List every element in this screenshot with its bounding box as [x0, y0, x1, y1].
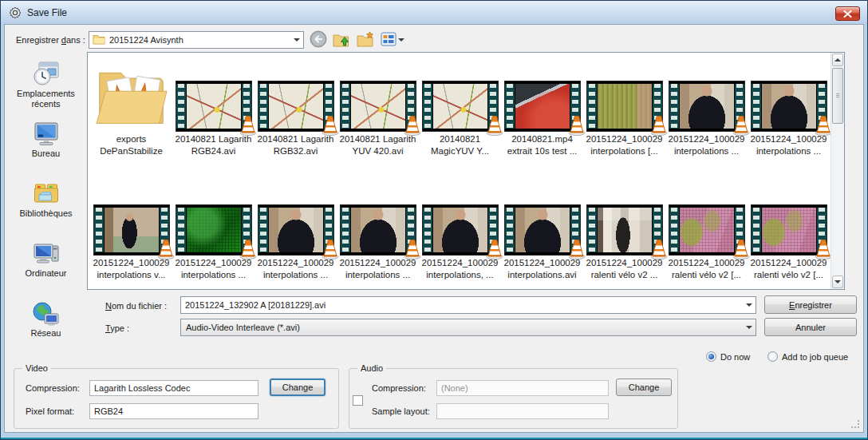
audio-group-title: Audio	[357, 363, 386, 373]
film-sprocket-left	[752, 84, 761, 129]
file-name: 20151224_100029interpolations, ...	[422, 257, 499, 281]
scroll-up-button[interactable]	[832, 54, 843, 66]
audio-enable-checkbox[interactable]	[353, 395, 363, 406]
sidebar-item-recent-places[interactable]: Emplacements récents	[8, 57, 85, 117]
look-in-combobox[interactable]: 20151224 Avisynth	[89, 31, 304, 49]
file-item[interactable]: 20151224_100029interpolations, ...	[420, 178, 500, 281]
add-queue-radio-icon[interactable]	[767, 351, 778, 362]
file-item[interactable]: 20140821 LagarithRGB24.avi	[173, 54, 254, 157]
file-name-line: interpolations ...	[751, 145, 827, 157]
file-item[interactable]: exportsDePanStabilize	[91, 54, 172, 157]
titlebar: Save File	[1, 1, 867, 24]
video-frame	[433, 208, 487, 252]
file-name-line: MagicYUV Y...	[431, 145, 489, 157]
file-name: 20151224_100029interpolations ...	[340, 257, 416, 281]
file-item[interactable]: 20140821 LagarithYUV 420.avi	[337, 54, 418, 157]
file-item[interactable]: 20151224_100029interpolations.avi	[502, 178, 582, 281]
video-frame	[433, 84, 487, 129]
back-button[interactable]	[309, 30, 328, 50]
sidebar-item-desktop[interactable]: Bureau	[8, 117, 85, 176]
cancel-button[interactable]: Annuler	[764, 318, 857, 336]
film-sprocket-left	[341, 84, 350, 129]
video-thumbnail	[669, 81, 744, 131]
type-dropdown-caret-icon[interactable]	[742, 319, 756, 335]
vlc-cone-icon	[156, 237, 176, 260]
film-sprocket-left	[423, 84, 432, 129]
radio-add-to-job-queue[interactable]: Add to job queue	[767, 351, 848, 362]
video-change-button[interactable]: Change	[270, 379, 326, 396]
video-thumbnail	[587, 81, 662, 131]
filename-input[interactable]	[181, 297, 741, 313]
file-name: 20140821.mp4extrait 10s test ...	[507, 133, 578, 157]
file-name-line: RGB24.avi	[176, 145, 252, 157]
file-item[interactable]: 20140821 LagarithRGB32.avi	[255, 54, 336, 157]
file-name-line: ralenti vélo v2 ...	[586, 269, 663, 281]
window-title: Save File	[27, 7, 67, 18]
vlc-cone-icon	[403, 113, 422, 136]
save-button[interactable]: Enregistrer	[764, 295, 857, 314]
file-name: 20151224_100029interpolations v...	[93, 257, 170, 281]
sample-layout-field	[436, 403, 609, 419]
sidebar-item-network[interactable]: Réseau	[8, 296, 85, 356]
dropdown-caret-icon[interactable]	[290, 32, 303, 48]
new-folder-icon	[357, 31, 375, 50]
film-sprocket-left	[341, 208, 350, 252]
file-item[interactable]: 20151224_100029interpolations [...	[584, 54, 665, 157]
scroll-thumb[interactable]	[832, 68, 843, 124]
file-item[interactable]: 20151224_100029ralenti vélo v2 ...	[584, 178, 665, 281]
file-item[interactable]: 20151224_100029ralenti vélo v2 [...	[748, 178, 829, 281]
file-name: 20140821 LagarithRGB32.avi	[258, 133, 334, 157]
file-item[interactable]: 20151224_100029interpolations v...	[91, 178, 172, 281]
file-list: exportsDePanStabilize20140821 LagarithRG…	[87, 52, 845, 290]
film-sprocket-left	[258, 208, 268, 252]
file-item[interactable]: 20140821MagicYUV Y...	[420, 54, 500, 157]
audio-change-button[interactable]: Change	[616, 379, 672, 396]
file-item[interactable]: 20151224_100029interpolations ...	[173, 178, 254, 281]
audio-compression-field: (None)	[436, 380, 609, 396]
file-name: 20151224_100029interpolations ...	[669, 133, 745, 157]
file-item[interactable]: 20151224_100029interpolations ...	[255, 178, 336, 281]
sidebar-item-computer[interactable]: Ordinateur	[8, 236, 85, 296]
file-name: 20151224_100029ralenti vélo v2 [...	[751, 257, 827, 281]
video-group-title: Video	[22, 363, 51, 373]
file-item[interactable]: 20151224_100029ralenti vélo v2 [...	[666, 178, 747, 281]
back-icon	[310, 30, 327, 50]
resize-grip[interactable]	[850, 419, 861, 430]
thumbnail	[669, 54, 744, 131]
file-item[interactable]: 20151224_100029interpolations ...	[666, 54, 747, 157]
thumbnail	[669, 178, 744, 255]
file-name-line: YUV 420.avi	[340, 145, 416, 157]
file-name: 20140821 LagarithYUV 420.avi	[340, 133, 416, 157]
filename-dropdown-caret-icon[interactable]	[742, 297, 756, 313]
video-thumbnail	[258, 81, 333, 131]
file-item[interactable]: 20140821.mp4extrait 10s test ...	[502, 54, 582, 157]
close-button[interactable]	[835, 6, 860, 21]
thumbnail	[341, 54, 416, 131]
gear-app-icon	[8, 6, 22, 19]
desktop-icon	[32, 117, 61, 149]
film-sprocket-left	[505, 84, 515, 129]
video-frame	[762, 208, 816, 252]
do-now-radio-icon[interactable]	[706, 351, 716, 362]
network-icon	[32, 296, 61, 328]
up-one-level-button[interactable]	[332, 30, 352, 50]
video-frame	[515, 84, 570, 129]
view-menu-button[interactable]	[380, 30, 405, 50]
type-combobox[interactable]: Audio-Video Interleave (*.avi)	[180, 319, 756, 336]
file-name-line: interpolations ...	[669, 145, 745, 157]
folder-icon	[95, 61, 168, 131]
scrollbar[interactable]	[831, 53, 844, 289]
do-now-label: Do now	[720, 352, 750, 362]
file-name: 20151224_100029ralenti vélo v2 [...	[669, 257, 745, 281]
file-item[interactable]: 20151224_100029interpolations ...	[748, 54, 829, 157]
sidebar-item-libraries[interactable]: Bibliothèques	[8, 176, 85, 236]
file-item[interactable]: 20151224_100029interpolations ...	[337, 178, 418, 281]
scroll-down-button[interactable]	[832, 275, 843, 288]
video-frame	[187, 208, 241, 252]
vlc-cone-icon	[567, 237, 586, 260]
create-new-folder-button[interactable]	[356, 30, 376, 50]
radio-do-now[interactable]: Do now	[706, 351, 750, 362]
pixel-format-label: Pixel format:	[26, 406, 74, 416]
film-sprocket-left	[258, 84, 268, 129]
thumbnail	[341, 178, 416, 255]
